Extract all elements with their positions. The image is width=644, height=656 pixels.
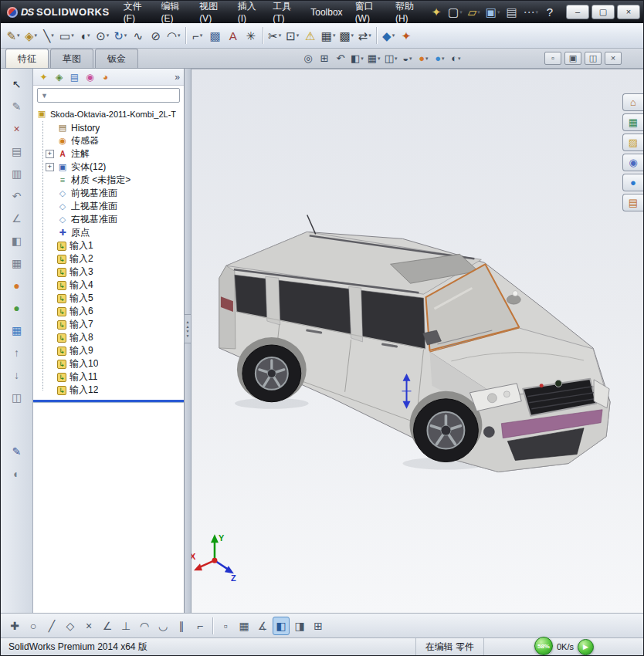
dropdown-caret-icon[interactable]: ▾ xyxy=(35,32,38,39)
dropdown-caret-icon[interactable]: ▾ xyxy=(297,32,300,39)
tree-item-输入4[interactable]: ↳输入4 xyxy=(46,279,182,292)
task-pane-home-icon[interactable]: ⌂ xyxy=(622,93,643,111)
apply-scene-icon[interactable]: ●▾ xyxy=(432,50,447,66)
move-entities-icon[interactable]: ⇄▾ xyxy=(356,25,373,46)
texture-grid-icon[interactable]: ▦ xyxy=(6,321,28,340)
close-button[interactable]: × xyxy=(617,5,640,19)
line-snap-icon[interactable]: ╱ xyxy=(43,617,60,635)
tree-item-实体(12)[interactable]: +▣实体(12) xyxy=(46,161,182,174)
corner-rectangle-icon[interactable]: ▭▾ xyxy=(58,25,76,46)
tree-item-传感器[interactable]: ◉传感器 xyxy=(46,134,182,147)
paste-icon[interactable]: ▥ xyxy=(6,164,28,183)
undo-icon[interactable]: ↶ xyxy=(6,187,28,205)
tree-item-输入9[interactable]: ↳输入9 xyxy=(46,344,182,357)
open-document-icon[interactable]: ▱▾ xyxy=(466,4,483,21)
dropdown-caret-icon[interactable]: ▾ xyxy=(458,56,461,62)
doc-close-icon[interactable]: × xyxy=(605,52,622,65)
menu-pin-icon[interactable]: ✦ xyxy=(428,4,445,21)
custom-properties-icon[interactable]: ▤ xyxy=(622,194,643,211)
tree-item-输入12[interactable]: ↳输入12 xyxy=(46,384,182,397)
dimxpertmanager-tab-icon[interactable]: ◉ xyxy=(83,70,97,84)
tab-草图[interactable]: 草图 xyxy=(50,49,93,68)
arc-icon[interactable]: ◠▾ xyxy=(165,25,182,46)
eyedropper-icon[interactable]: ◐ xyxy=(6,465,28,483)
dropdown-caret-icon[interactable]: ▾ xyxy=(497,9,500,15)
angle-measure-icon[interactable]: ∡ xyxy=(254,617,271,635)
circle-icon[interactable]: ⊙▾ xyxy=(94,25,111,46)
display-style-icon[interactable]: ◫▾ xyxy=(383,50,399,66)
options-icon[interactable]: ⋯▾ xyxy=(521,4,540,21)
text-icon[interactable]: A xyxy=(225,25,242,46)
help-icon[interactable]: ? xyxy=(541,4,558,21)
grid-snap-icon[interactable]: ▦ xyxy=(236,617,253,635)
dropdown-caret-icon[interactable]: ▾ xyxy=(409,56,412,62)
dropdown-caret-icon[interactable]: ▾ xyxy=(477,9,480,15)
perpendicular-snap-icon[interactable]: ⊥ xyxy=(117,617,134,635)
point-icon[interactable]: ✳ xyxy=(242,25,259,46)
hide-show-items-icon[interactable]: ◒▾ xyxy=(399,50,415,66)
solidworks-resources-icon[interactable]: ● xyxy=(622,174,643,191)
section-view-icon[interactable]: ◧▾ xyxy=(349,50,365,66)
select-region-icon[interactable]: ▫ xyxy=(217,617,234,635)
minimize-button[interactable]: – xyxy=(566,5,589,19)
save-icon[interactable]: ▣▾ xyxy=(484,4,502,21)
dropdown-caret-icon[interactable]: ▾ xyxy=(368,32,371,39)
dropdown-caret-icon[interactable]: ▾ xyxy=(279,32,282,39)
smart-dimension-icon[interactable]: ◈▾ xyxy=(22,25,39,46)
feature-order-down-icon[interactable]: ↓ xyxy=(6,366,28,384)
straight-slot-icon[interactable]: ◖▾ xyxy=(76,25,93,46)
angle-snap-icon[interactable]: ∠ xyxy=(99,617,116,635)
sketch-icon[interactable]: ✎▾ xyxy=(5,25,22,46)
parallel-snap-icon[interactable]: ∥ xyxy=(173,617,190,635)
spline-icon[interactable]: ∿ xyxy=(130,25,147,46)
dropdown-caret-icon[interactable]: ▾ xyxy=(51,32,54,39)
tangent-snap-icon[interactable]: ◡ xyxy=(154,617,171,635)
trim-entities-icon[interactable]: ✂▾ xyxy=(266,25,283,46)
tree-root-item[interactable]: ▣ Skoda-Oktavia-2011-Kombi_2L-T xyxy=(36,107,182,121)
displaymanager-tab-icon[interactable]: ◕ xyxy=(99,70,112,84)
dropdown-caret-icon[interactable]: ▾ xyxy=(351,32,354,39)
point-snap-icon[interactable]: ◇ xyxy=(62,617,79,635)
tree-item-原点[interactable]: ✚原点 xyxy=(46,226,182,239)
featuremanager-tab-icon[interactable]: ✦ xyxy=(37,70,50,84)
propertymanager-tab-icon[interactable]: ◈ xyxy=(53,70,66,84)
tab-特征[interactable]: 特征 xyxy=(5,49,49,68)
display-states-icon[interactable]: ◫ xyxy=(6,388,28,407)
tree-item-输入11[interactable]: ↳输入11 xyxy=(46,370,182,384)
material-ball-icon[interactable]: ● xyxy=(6,299,28,317)
new-document-icon[interactable]: ▢▾ xyxy=(446,4,464,21)
dropdown-caret-icon[interactable]: ▾ xyxy=(442,56,445,62)
quick-snaps-icon[interactable]: ◆▾ xyxy=(380,25,397,46)
dropdown-caret-icon[interactable]: ▾ xyxy=(425,56,429,62)
dropdown-caret-icon[interactable]: ▾ xyxy=(71,32,74,39)
zoom-to-fit-icon[interactable]: ◎ xyxy=(300,50,316,66)
dropdown-caret-icon[interactable]: ▾ xyxy=(87,32,90,39)
edit-app­earance-icon[interactable]: ●▾ xyxy=(415,50,431,66)
splitter-handle[interactable]: ▲ ▲ ▼ ▼ xyxy=(184,314,192,343)
dropdown-caret-icon[interactable]: ▾ xyxy=(395,56,398,62)
shaded-view-icon[interactable]: ◧ xyxy=(273,617,290,635)
copy-icon[interactable]: ▤ xyxy=(6,142,28,161)
sketch-origin-snap-icon[interactable]: ✚ xyxy=(6,617,23,635)
doc-tile-icon[interactable]: ◫ xyxy=(585,52,602,65)
tree-item-History[interactable]: ▤History xyxy=(46,121,182,134)
dropdown-caret-icon[interactable]: ▾ xyxy=(392,32,395,39)
warning-icon[interactable]: ⚠ xyxy=(302,25,319,46)
linear-pattern-icon[interactable]: ▦▾ xyxy=(320,25,337,46)
tree-item-输入1[interactable]: ↳输入1 xyxy=(46,239,182,252)
dropdown-caret-icon[interactable]: ▾ xyxy=(178,32,181,39)
tree-item-输入10[interactable]: ↳输入10 xyxy=(46,357,182,370)
dropdown-caret-icon[interactable]: ▾ xyxy=(361,56,364,62)
file-explorer-icon[interactable]: ▨ xyxy=(622,134,643,151)
boost-ball[interactable]: ▶ xyxy=(578,639,594,655)
tree-item-输入7[interactable]: ↳输入7 xyxy=(46,318,182,331)
view-orientation-icon[interactable]: ▦▾ xyxy=(366,50,382,66)
tree-item-右视基准面[interactable]: ◇右视基准面 xyxy=(46,213,182,226)
dropdown-caret-icon[interactable]: ▾ xyxy=(535,9,538,15)
appearances-scenes-icon[interactable]: ◉ xyxy=(622,154,643,171)
offset-entities-icon[interactable]: ⊡▾ xyxy=(284,25,301,46)
design-library-icon[interactable]: ▦ xyxy=(622,113,643,131)
wireframe-view-icon[interactable]: ◨ xyxy=(291,617,308,635)
expander-icon[interactable]: + xyxy=(46,163,54,171)
panel-splitter[interactable]: ▲ ▲ ▼ ▼ xyxy=(185,69,192,613)
